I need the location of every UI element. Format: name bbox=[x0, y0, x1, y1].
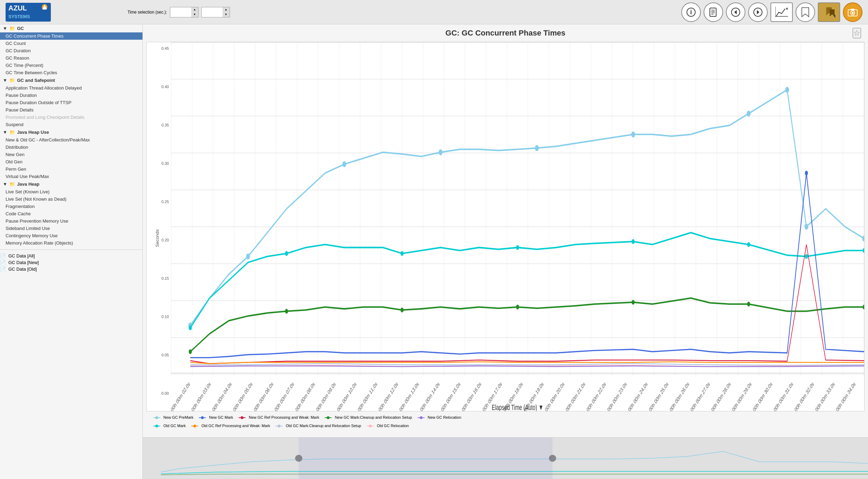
sidebar-group-gc[interactable]: ▼ 📁 GC bbox=[0, 24, 142, 32]
sidebar-item-gc-count[interactable]: GC Count bbox=[0, 40, 142, 47]
time-end-input[interactable]: 34 ▲ ▼ bbox=[201, 7, 230, 17]
sidebar-item-new-old-gc-after[interactable]: New & Old GC - AfterCollection/Peak/Max bbox=[0, 136, 142, 144]
sidebar-item-virtual-use-peak-max[interactable]: Virtual Use Peak/Max bbox=[0, 173, 142, 180]
svg-text:00h 00m 10.0s: 00h 00m 10.0s bbox=[336, 381, 357, 411]
svg-text:00h 00m 06.0s: 00h 00m 06.0s bbox=[253, 381, 274, 411]
chart-area: GC: GC Concurrent Phase Times ☆ Seconds … bbox=[143, 24, 868, 479]
sidebar-group-java-heap-use-label: Java Heap Use bbox=[17, 130, 49, 135]
legend-new-gc-premark: New GC PreMark bbox=[153, 414, 193, 421]
bookmark-menu-button[interactable]: ▼ bbox=[818, 2, 840, 22]
main-chart-svg: 00h 00m 02.0s 00h 00m 03.0s 00h 00m 04.0… bbox=[171, 42, 864, 411]
sidebar-item-memory-allocation-rate-objects[interactable]: Memory Allocation Rate (Objects) bbox=[0, 239, 142, 247]
legend-old-gc-mark: Old GC Mark bbox=[153, 423, 186, 430]
folder-icon-2: 📁 bbox=[9, 78, 15, 83]
svg-point-112 bbox=[278, 425, 280, 427]
back-button[interactable] bbox=[726, 2, 745, 22]
legend-old-gc-ref: Old GC Ref Processing and Weak: Mark bbox=[191, 423, 270, 430]
sidebar-item-sideband-limited-use[interactable]: Sideband Limited Use bbox=[0, 225, 142, 232]
svg-point-40 bbox=[342, 161, 346, 167]
sidebar-group-java-heap-use[interactable]: ▼ 📁 Java Heap Use bbox=[0, 128, 142, 136]
svg-text:00h 00m 04.0s: 00h 00m 04.0s bbox=[211, 381, 232, 411]
svg-rect-26 bbox=[851, 9, 854, 10]
sidebar-item-new-gen[interactable]: New Gen bbox=[0, 151, 142, 158]
svg-marker-19 bbox=[802, 8, 809, 17]
legend-area: New GC PreMark New GC Mark New GC Ref Pr… bbox=[146, 411, 865, 434]
chart-title-bar: GC: GC Concurrent Phase Times ☆ bbox=[143, 24, 868, 42]
legend-row-1: New GC PreMark New GC Mark New GC Ref Pr… bbox=[153, 414, 858, 421]
svg-text:00h 00m 27.0s: 00h 00m 27.0s bbox=[690, 381, 711, 411]
time-start-up[interactable]: ▲ bbox=[191, 7, 198, 12]
sidebar-item-pause-details[interactable]: Pause Details bbox=[0, 106, 142, 114]
svg-point-54 bbox=[805, 254, 808, 259]
sidebar-item-live-set-not-known-dead[interactable]: Live Set (Not Known as Dead) bbox=[0, 195, 142, 203]
azul-logo: AZUL SYSTEMS bbox=[6, 3, 51, 22]
forward-button[interactable] bbox=[748, 2, 768, 22]
sidebar-group-java-heap[interactable]: ▼ 📁 Java Heap bbox=[0, 180, 142, 188]
svg-text:00h 00m 20.0s: 00h 00m 20.0s bbox=[544, 381, 565, 411]
svg-text:00h 00m 23.0s: 00h 00m 23.0s bbox=[606, 381, 627, 411]
folder-icon-4: 📁 bbox=[9, 181, 15, 187]
sidebar-item-gc-concurrent-phase-times[interactable]: GC Concurrent Phase Times bbox=[0, 32, 142, 40]
sidebar-item-perm-gen[interactable]: Perm Gen bbox=[0, 165, 142, 173]
svg-rect-7 bbox=[710, 8, 716, 16]
sidebar-item-live-set-known-live[interactable]: Live Set (Known Live) bbox=[0, 188, 142, 195]
sidebar-group-gc-safepoint[interactable]: ▼ 📁 GC and Safepoint bbox=[0, 76, 142, 84]
svg-text:00h 00m 12.0s: 00h 00m 12.0s bbox=[378, 381, 399, 411]
svg-point-114 bbox=[369, 425, 372, 427]
x-axis-label: Elapsed Time (Auto) ▼ bbox=[492, 403, 543, 411]
sidebar-item-gc-duration[interactable]: GC Duration bbox=[0, 47, 142, 54]
time-start-input[interactable]: 1 ▲ ▼ bbox=[170, 7, 199, 17]
sidebar-item-pause-duration-outside-ttsp[interactable]: Pause Duration Outside of TTSP bbox=[0, 99, 142, 106]
bookmark-button[interactable] bbox=[796, 2, 815, 22]
doc-icon-2: 📄 bbox=[0, 260, 6, 265]
svg-point-63 bbox=[805, 171, 808, 176]
svg-point-45 bbox=[785, 87, 789, 93]
mini-chart-svg bbox=[143, 438, 868, 479]
sidebar-item-pause-duration[interactable]: Pause Duration bbox=[0, 92, 142, 99]
sidebar-item-gc-time-percent[interactable]: GC Time (Percent) bbox=[0, 62, 142, 69]
sidebar-item-gc-time-between-cycles[interactable]: GC Time Between Cycles bbox=[0, 69, 142, 76]
chart-container: Seconds 0.45 0.40 0.35 0.30 0.25 0.20 0.… bbox=[143, 42, 868, 437]
svg-point-50 bbox=[401, 251, 404, 256]
sidebar-item-distribution[interactable]: Distribution bbox=[0, 144, 142, 151]
sidebar-item-code-cache[interactable]: Code Cache bbox=[0, 210, 142, 217]
sidebar-item-old-gen[interactable]: Old Gen bbox=[0, 158, 142, 165]
svg-text:00h 00m 09.0s: 00h 00m 09.0s bbox=[315, 381, 336, 411]
time-end-value[interactable]: 34 bbox=[202, 8, 223, 16]
triangle-icon: ▼ bbox=[3, 26, 7, 31]
time-end-down[interactable]: ▼ bbox=[223, 12, 230, 17]
camera-button[interactable] bbox=[843, 2, 862, 22]
sidebar-item-contingency-memory-use[interactable]: Contingency Memory Use bbox=[0, 232, 142, 239]
svg-text:00h 00m 24.0s: 00h 00m 24.0s bbox=[627, 381, 648, 411]
svg-text:00h 00m 16.0s: 00h 00m 16.0s bbox=[461, 381, 482, 411]
mini-chart[interactable] bbox=[143, 437, 868, 479]
time-start-down[interactable]: ▼ bbox=[191, 12, 198, 17]
triangle-icon-4: ▼ bbox=[3, 181, 7, 187]
sidebar-item-suspend[interactable]: Suspend bbox=[0, 121, 142, 128]
svg-point-51 bbox=[516, 245, 519, 250]
triangle-icon-2: ▼ bbox=[3, 78, 7, 83]
svg-point-104 bbox=[327, 416, 330, 419]
chart-type-button[interactable] bbox=[770, 2, 793, 22]
info-button[interactable]: i bbox=[681, 2, 701, 22]
svg-point-48 bbox=[189, 325, 192, 330]
sidebar-item-app-thread-alloc-delayed[interactable]: Application Thread Allocation Delayed bbox=[0, 84, 142, 92]
sidebar-group-java-heap-label: Java Heap bbox=[17, 181, 39, 187]
bottom-item-gc-data-old[interactable]: 📄 GC Data [Old] bbox=[0, 266, 142, 272]
star-button[interactable]: ☆ bbox=[853, 28, 861, 38]
bottom-item-gc-data-new[interactable]: 📄 GC Data [New] bbox=[0, 259, 142, 266]
sidebar-item-fragmentation[interactable]: Fragmentation bbox=[0, 203, 142, 210]
report-button[interactable] bbox=[704, 2, 723, 22]
bottom-item-gc-data-all[interactable]: 📄 GC Data [All] bbox=[0, 253, 142, 259]
svg-marker-15 bbox=[757, 10, 759, 14]
sidebar: ▼ 📁 GC GC Concurrent Phase Times GC Coun… bbox=[0, 24, 143, 479]
svg-point-53 bbox=[747, 242, 750, 247]
sidebar-item-pause-prevention-memory-use[interactable]: Pause Prevention Memory Use bbox=[0, 217, 142, 225]
sidebar-item-gc-reason[interactable]: GC Reason bbox=[0, 54, 142, 62]
bottom-item-gc-data-old-label: GC Data [Old] bbox=[8, 266, 37, 272]
time-end-up[interactable]: ▲ bbox=[223, 7, 230, 12]
time-start-value[interactable]: 1 bbox=[170, 8, 191, 16]
sidebar-item-promoted-long-checkpoint: Promoted and Long Checkpoint Details bbox=[0, 114, 142, 121]
svg-point-25 bbox=[852, 12, 854, 14]
svg-point-60 bbox=[631, 300, 635, 305]
